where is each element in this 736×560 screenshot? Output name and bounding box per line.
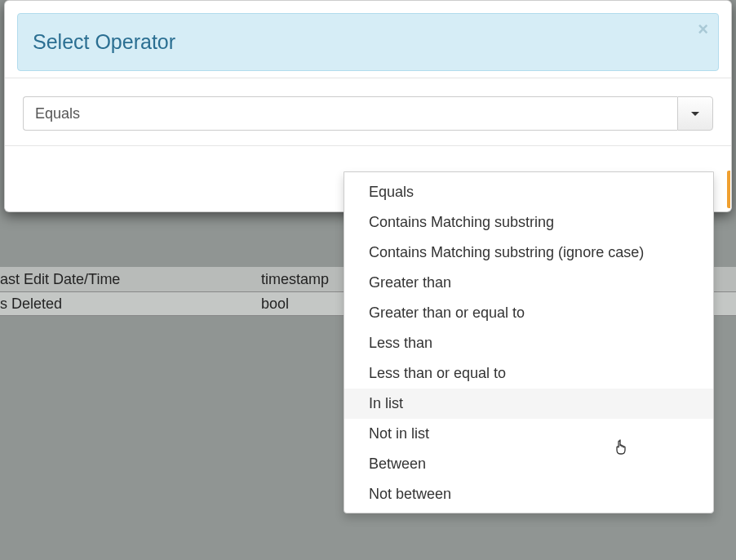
dropdown-option[interactable]: Not in list xyxy=(344,419,713,449)
modal-body xyxy=(5,78,731,146)
dropdown-option[interactable]: Greater than xyxy=(344,268,713,298)
modal-title-alert: Select Operator × xyxy=(17,13,719,71)
cell-field-name: ast Edit Date/Time xyxy=(0,271,261,288)
modal-title: Select Operator xyxy=(33,30,175,53)
dropdown-option[interactable]: Contains Matching substring (ignore case… xyxy=(344,238,713,268)
dropdown-option[interactable]: Less than or equal to xyxy=(344,358,713,389)
caret-down-icon xyxy=(691,112,699,116)
dropdown-option[interactable]: In list xyxy=(344,389,713,419)
dropdown-option[interactable]: Not between xyxy=(344,479,713,509)
operator-input[interactable] xyxy=(23,96,677,131)
dropdown-option[interactable]: Less than xyxy=(344,328,713,358)
dropdown-option[interactable]: Equals xyxy=(344,177,713,207)
close-icon[interactable]: × xyxy=(698,20,708,38)
operator-dropdown-menu[interactable]: EqualsContains Matching substringContain… xyxy=(344,171,714,513)
operator-combobox[interactable] xyxy=(23,96,713,131)
dropdown-option[interactable]: Between xyxy=(344,449,713,479)
cell-field-name: s Deleted xyxy=(0,296,261,313)
dropdown-toggle-button[interactable] xyxy=(677,96,713,131)
modal-header: Select Operator × xyxy=(5,1,731,71)
warning-accent xyxy=(727,171,730,208)
dropdown-option[interactable]: Greater than or equal to xyxy=(344,298,713,328)
dropdown-option[interactable]: Contains Matching substring xyxy=(344,207,713,238)
